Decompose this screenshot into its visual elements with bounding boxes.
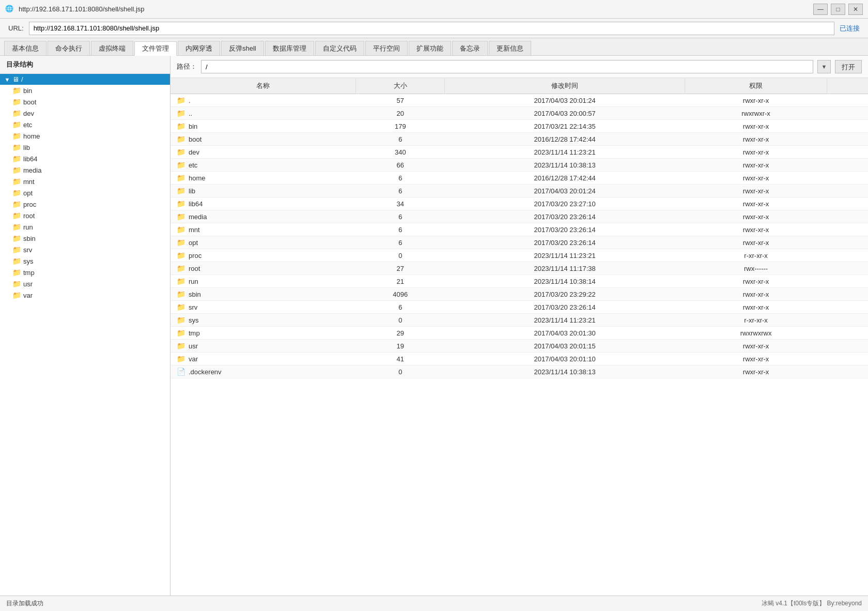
tree-item-usr[interactable]: 📁usr	[0, 278, 170, 289]
tree-item-tmp[interactable]: 📁tmp	[0, 267, 170, 278]
nav-tab-tunnel[interactable]: 内网穿透	[178, 41, 220, 55]
file-actions[interactable]	[827, 249, 868, 262]
table-row[interactable]: 📄.dockerenv02023/11/14 10:38:13rwxr-xr-x	[171, 365, 868, 378]
file-actions[interactable]	[827, 210, 868, 223]
table-row[interactable]: 📁lib62017/04/03 20:01:24rwxr-xr-x	[171, 185, 868, 197]
file-icon: 📄	[177, 368, 185, 376]
table-row[interactable]: 📁usr192017/04/03 20:01:15rwxr-xr-x	[171, 340, 868, 353]
table-row[interactable]: 📁mnt62017/03/20 23:26:14rwxr-xr-x	[171, 223, 868, 236]
tree-item-lib64[interactable]: 📁lib64	[0, 153, 170, 164]
file-name: etc	[189, 161, 197, 169]
table-row[interactable]: 📁run212023/11/14 10:38:14rwxr-xr-x	[171, 275, 868, 288]
tree-item-run[interactable]: 📁run	[0, 221, 170, 233]
file-actions[interactable]	[827, 353, 868, 365]
url-input[interactable]	[29, 22, 834, 35]
file-name: run	[189, 278, 198, 285]
file-permissions: rwxr-xr-x	[685, 210, 827, 223]
tree-item-root[interactable]: ▼🖥/	[0, 74, 170, 85]
path-dropdown-button[interactable]: ▼	[817, 60, 831, 73]
table-row[interactable]: 📁srv62017/03/20 23:26:14rwxr-xr-x	[171, 301, 868, 314]
minimize-button[interactable]: —	[813, 4, 828, 15]
file-actions[interactable]	[827, 120, 868, 133]
nav-tab-cmd[interactable]: 命令执行	[48, 41, 90, 55]
file-size: 21	[356, 275, 445, 288]
nav-tab-terminal[interactable]: 虚拟终端	[91, 41, 133, 55]
file-actions[interactable]	[827, 301, 868, 314]
file-actions[interactable]	[827, 262, 868, 275]
nav-tab-extend[interactable]: 扩展功能	[409, 41, 451, 55]
nav-tab-memo[interactable]: 备忘录	[452, 41, 488, 55]
file-actions[interactable]	[827, 275, 868, 288]
file-list-table: 名称大小修改时间权限 📁.572017/04/03 20:01:24rwxr-x…	[171, 78, 868, 378]
tree-item-mnt[interactable]: 📁mnt	[0, 176, 170, 187]
file-actions[interactable]	[827, 172, 868, 185]
table-row[interactable]: 📁root272023/11/14 11:17:38rwx------	[171, 262, 868, 275]
table-row[interactable]: 📁.572017/04/03 20:01:24rwxr-xr-x	[171, 94, 868, 107]
nav-tab-parallel[interactable]: 平行空间	[365, 41, 408, 55]
tree-item-opt[interactable]: 📁opt	[0, 187, 170, 198]
tree-item-proc[interactable]: 📁proc	[0, 198, 170, 210]
folder-icon: 📁	[12, 177, 21, 186]
tree-toggle[interactable]: ▼	[4, 77, 10, 83]
file-actions[interactable]	[827, 314, 868, 327]
tree-item-media[interactable]: 📁media	[0, 164, 170, 176]
table-row[interactable]: 📁sys02023/11/14 11:23:21r-xr-xr-x	[171, 314, 868, 327]
tree-item-lib[interactable]: 📁lib	[0, 142, 170, 153]
file-size: 6	[356, 185, 445, 197]
table-row[interactable]: 📁lib64342017/03/20 23:27:10rwxr-xr-x	[171, 197, 868, 210]
nav-tab-update[interactable]: 更新信息	[489, 41, 531, 55]
tree-item-srv[interactable]: 📁srv	[0, 244, 170, 255]
file-permissions: rwxr-xr-x	[685, 185, 827, 197]
nav-tab-file[interactable]: 文件管理	[134, 41, 177, 56]
tree-item-bin[interactable]: 📁bin	[0, 85, 170, 96]
table-row[interactable]: 📁boot62016/12/28 17:42:44rwxr-xr-x	[171, 133, 868, 146]
table-row[interactable]: 📁etc662023/11/14 10:38:13rwxr-xr-x	[171, 159, 868, 172]
file-actions[interactable]	[827, 236, 868, 249]
nav-tab-database[interactable]: 数据库管理	[265, 41, 314, 55]
file-name: opt	[189, 239, 198, 247]
file-name-cell: 📄.dockerenv	[171, 365, 356, 378]
nav-tab-custom[interactable]: 自定义代码	[315, 41, 364, 55]
tree-item-sys[interactable]: 📁sys	[0, 255, 170, 267]
tree-item-var[interactable]: 📁var	[0, 289, 170, 301]
tree-item-label: boot	[23, 98, 36, 106]
file-actions[interactable]	[827, 327, 868, 340]
nav-tab-shell[interactable]: 反弹shell	[221, 41, 264, 55]
nav-tab-basic[interactable]: 基本信息	[4, 41, 47, 55]
file-actions[interactable]	[827, 185, 868, 197]
file-actions[interactable]	[827, 159, 868, 172]
file-actions[interactable]	[827, 94, 868, 107]
table-row[interactable]: 📁var412017/04/03 20:01:10rwxr-xr-x	[171, 353, 868, 365]
tree-item-label: lib64	[23, 155, 37, 163]
file-actions[interactable]	[827, 365, 868, 378]
table-row[interactable]: 📁home62016/12/28 17:42:44rwxr-xr-x	[171, 172, 868, 185]
tree-item-label: usr	[23, 280, 33, 288]
table-row[interactable]: 📁sbin40962017/03/20 23:29:22rwxr-xr-x	[171, 288, 868, 301]
file-actions[interactable]	[827, 223, 868, 236]
maximize-button[interactable]: □	[831, 4, 845, 15]
file-size: 6	[356, 223, 445, 236]
table-row[interactable]: 📁bin1792017/03/21 22:14:35rwxr-xr-x	[171, 120, 868, 133]
table-row[interactable]: 📁proc02023/11/14 11:23:21r-xr-xr-x	[171, 249, 868, 262]
file-size: 27	[356, 262, 445, 275]
path-input[interactable]	[201, 60, 813, 73]
file-actions[interactable]	[827, 197, 868, 210]
tree-item-boot[interactable]: 📁boot	[0, 96, 170, 108]
table-row[interactable]: 📁..202017/04/03 20:00:57rwxrwxr-x	[171, 107, 868, 120]
close-button[interactable]: ✕	[848, 4, 863, 15]
file-actions[interactable]	[827, 340, 868, 353]
file-actions[interactable]	[827, 133, 868, 146]
table-row[interactable]: 📁media62017/03/20 23:26:14rwxr-xr-x	[171, 210, 868, 223]
table-row[interactable]: 📁tmp292017/04/03 20:01:30rwxrwxrwx	[171, 327, 868, 340]
file-actions[interactable]	[827, 107, 868, 120]
file-actions[interactable]	[827, 288, 868, 301]
file-actions[interactable]	[827, 146, 868, 159]
table-row[interactable]: 📁dev3402023/11/14 11:23:21rwxr-xr-x	[171, 146, 868, 159]
tree-item-dev[interactable]: 📁dev	[0, 108, 170, 119]
open-button[interactable]: 打开	[835, 60, 862, 73]
tree-item-sbin[interactable]: 📁sbin	[0, 233, 170, 244]
tree-item-etc[interactable]: 📁etc	[0, 119, 170, 130]
tree-item-root[interactable]: 📁root	[0, 210, 170, 221]
tree-item-home[interactable]: 📁home	[0, 130, 170, 142]
table-row[interactable]: 📁opt62017/03/20 23:26:14rwxr-xr-x	[171, 236, 868, 249]
